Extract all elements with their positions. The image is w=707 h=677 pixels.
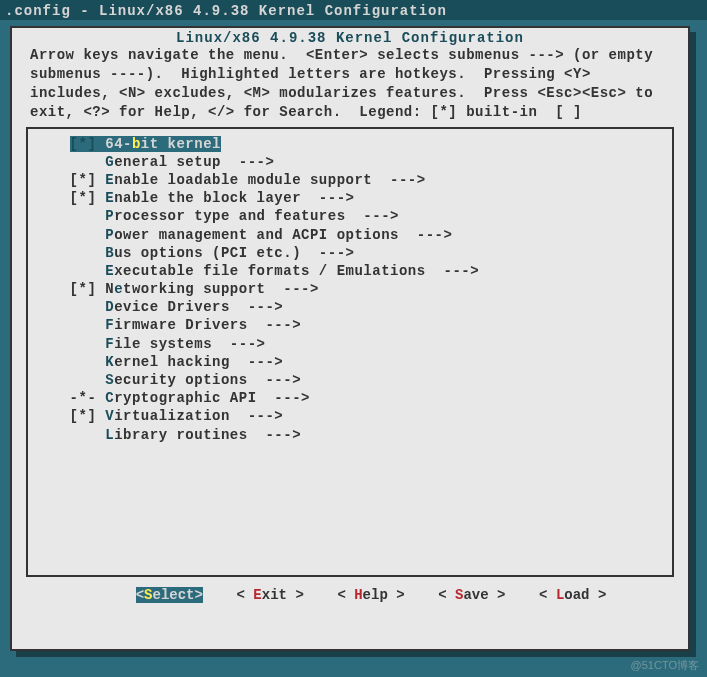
menu-item-0[interactable]: [*] 64-bit kernel <box>34 135 666 153</box>
main-area: Linux/x86 4.9.38 Kernel Configuration Ar… <box>0 20 707 675</box>
menu-item-16[interactable]: Library routines ---> <box>34 426 666 444</box>
button-bar: <Select> < Exit > < Help > < Save > < Lo… <box>12 585 688 613</box>
select-button[interactable]: <Select> <box>136 587 203 603</box>
menu-item-6[interactable]: Bus options (PCI etc.) ---> <box>34 244 666 262</box>
config-dialog: Linux/x86 4.9.38 Kernel Configuration Ar… <box>10 26 690 651</box>
load-button[interactable]: < Load > <box>539 587 606 603</box>
menu-item-14[interactable]: -*- Cryptographic API ---> <box>34 389 666 407</box>
menu-item-8[interactable]: [*] Networking support ---> <box>34 280 666 298</box>
menu-item-7[interactable]: Executable file formats / Emulations ---… <box>34 262 666 280</box>
menu-item-13[interactable]: Security options ---> <box>34 371 666 389</box>
menu-item-15[interactable]: [*] Virtualization ---> <box>34 407 666 425</box>
menu-item-2[interactable]: [*] Enable loadable module support ---> <box>34 171 666 189</box>
menu-item-9[interactable]: Device Drivers ---> <box>34 298 666 316</box>
menu-item-1[interactable]: General setup ---> <box>34 153 666 171</box>
button-row: <Select> < Exit > < Help > < Save > < Lo… <box>12 587 688 603</box>
menu-item-12[interactable]: Kernel hacking ---> <box>34 353 666 371</box>
dialog-title: Linux/x86 4.9.38 Kernel Configuration <box>12 28 688 46</box>
window-titlebar: .config - Linux/x86 4.9.38 Kernel Config… <box>0 0 707 20</box>
save-button[interactable]: < Save > <box>438 587 505 603</box>
menu-item-11[interactable]: File systems ---> <box>34 335 666 353</box>
help-button[interactable]: < Help > <box>337 587 404 603</box>
help-text: Arrow keys navigate the menu. <Enter> se… <box>12 46 688 125</box>
menu-item-3[interactable]: [*] Enable the block layer ---> <box>34 189 666 207</box>
menu-item-5[interactable]: Power management and ACPI options ---> <box>34 226 666 244</box>
menu-box: [*] 64-bit kernel General setup ---> [*]… <box>26 127 674 577</box>
menu-item-10[interactable]: Firmware Drivers ---> <box>34 316 666 334</box>
watermark: @51CTO博客 <box>631 658 699 673</box>
exit-button[interactable]: < Exit > <box>237 587 304 603</box>
menu-item-4[interactable]: Processor type and features ---> <box>34 207 666 225</box>
menu-list: [*] 64-bit kernel General setup ---> [*]… <box>34 135 666 444</box>
